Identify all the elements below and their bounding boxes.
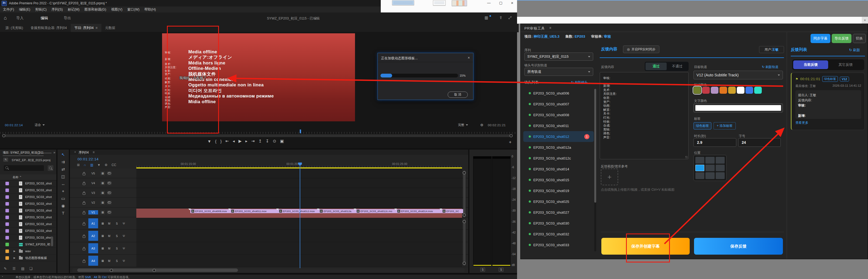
feedback-textarea[interactable]: 审核:新增:美术:关联注意:创意:资产:动画:解算:关卡:灯光:特效:合成:剪辑…: [600, 72, 689, 159]
track-content[interactable]: [136, 217, 462, 229]
feedback-tab[interactable]: 当前反馈: [793, 60, 828, 69]
project-item-row[interactable]: ▶ ? EP203_SC03_shot: [0, 227, 56, 234]
mute-button[interactable]: M: [107, 222, 111, 225]
panel-tab[interactable]: 节目: 序列04 ≡: [71, 24, 101, 32]
add-tag-button[interactable]: + 添加标签: [714, 122, 736, 129]
fontsize-input[interactable]: 24: [738, 138, 781, 147]
monitor-settings-icon[interactable]: ⚙: [480, 123, 484, 127]
zoom-handle[interactable]: [110, 269, 113, 272]
color-swatch[interactable]: [745, 87, 753, 94]
panel-menu-icon[interactable]: ≡: [96, 26, 98, 30]
panel-tab[interactable]: 源: (无剪辑): [2, 24, 27, 32]
shot-list-item[interactable]: EP203_SC03_shot007: [523, 99, 594, 110]
panel-menu-icon[interactable]: ≡: [549, 26, 551, 30]
timeline-clip[interactable]: fx EP203_SC: [441, 209, 464, 213]
scrollbar-thumb[interactable]: [594, 89, 596, 203]
monitor-scrollbar[interactable]: [2, 134, 513, 137]
view-more-link[interactable]: 查看更多: [795, 121, 861, 125]
track-content[interactable]: [136, 168, 462, 178]
voiceover-record-icon[interactable]: Ψ: [122, 259, 126, 262]
fullscreen-icon[interactable]: ⤢: [508, 16, 512, 20]
toggle-track-output-icon[interactable]: [107, 210, 112, 215]
track-lock-icon[interactable]: [83, 173, 85, 175]
mark-out-icon[interactable]: }: [220, 139, 222, 144]
shot-list-item[interactable]: EP203_SC03_shot012 1: [523, 131, 594, 142]
color-swatch[interactable]: [737, 87, 744, 94]
shot-list-item[interactable]: EP203_SC03_shot032: [523, 228, 594, 240]
solo-button[interactable]: S: [115, 234, 119, 237]
project-item-row[interactable]: ▶ ? EP203_SC03_shot: [0, 200, 56, 207]
color-swatch[interactable]: [702, 87, 710, 94]
track-content[interactable]: [136, 178, 462, 188]
resize-handle[interactable]: [685, 156, 688, 158]
target-track-select[interactable]: V12 (Auto Subtitle Track): [693, 71, 783, 80]
rectangle-tool[interactable]: ▭: [61, 196, 65, 200]
mute-button[interactable]: M: [107, 234, 111, 237]
project-item-row[interactable]: ▶ ? SYWZ_EP203_初: [0, 241, 56, 248]
label-color-swatch[interactable]: [5, 189, 9, 192]
timeline-clip[interactable]: fx EP203_SC03_shot012c.mo: [355, 209, 397, 213]
sync-lock-icon[interactable]: ▦: [100, 221, 105, 226]
workspace-layout-icon[interactable]: ▥: [485, 16, 488, 20]
position-cell[interactable]: [716, 157, 725, 164]
selection-tool[interactable]: ↖: [62, 152, 65, 157]
mute-button[interactable]: M: [107, 247, 111, 250]
solo-button[interactable]: S: [115, 259, 119, 262]
track-target-toggle[interactable]: A3: [88, 243, 98, 253]
project-item-row[interactable]: ▶ ? 动态图形模板媒: [0, 255, 56, 261]
sync-lock-icon[interactable]: ▦: [100, 210, 105, 215]
track-target-toggle[interactable]: A2: [88, 231, 98, 241]
label-color-swatch[interactable]: [5, 249, 9, 253]
workspace-tab-export[interactable]: 导出: [64, 16, 71, 21]
timeline-clip[interactable]: fx EP203_SC03_shot012.mov: [278, 209, 319, 213]
freeform-view-icon[interactable]: ❏: [29, 267, 33, 271]
label-color-swatch[interactable]: [5, 202, 9, 206]
project-item-row[interactable]: ▶ ? EP203_SC03_shot: [0, 194, 56, 200]
monitor-playhead[interactable]: [300, 129, 301, 133]
scrollbar-handle[interactable]: [463, 171, 466, 175]
close-icon[interactable]: ×: [74, 150, 76, 154]
mute-button[interactable]: M: [107, 259, 111, 262]
lift-icon[interactable]: ↥: [258, 139, 262, 144]
scrollbar-handle[interactable]: [2, 134, 5, 137]
zoom-slider[interactable]: [41, 153, 52, 153]
color-swatch[interactable]: [754, 87, 762, 94]
menu-item[interactable]: 标记(M): [65, 7, 82, 12]
shot-list-item[interactable]: EP203_SC03_shot012a: [523, 142, 594, 153]
button-editor-icon[interactable]: +: [509, 140, 512, 145]
search-input[interactable]: [4, 165, 44, 171]
timeline-clip[interactable]: fx EP203_SC03_shot014.mov: [396, 209, 442, 213]
label-color-swatch[interactable]: [5, 222, 9, 226]
toggle-track-output-icon[interactable]: [107, 200, 112, 205]
close-button[interactable]: ×: [862, 17, 868, 24]
color-swatch[interactable]: [711, 87, 718, 94]
project-item-row[interactable]: ▶ ? EP203_SC03_shot: [0, 180, 56, 187]
tag-badge[interactable]: 绿色标签: [693, 122, 711, 129]
track-content[interactable]: [136, 255, 462, 267]
position-cell[interactable]: [716, 165, 725, 172]
solo-button[interactable]: S: [115, 222, 119, 225]
track-lock-icon[interactable]: [83, 212, 85, 214]
project-scrollbar[interactable]: [51, 237, 53, 246]
track-target-toggle[interactable]: V4: [88, 181, 98, 185]
audio-tracks-scrollbar[interactable]: [463, 219, 466, 266]
track-lock-icon[interactable]: [83, 193, 85, 195]
home-icon[interactable]: ⌂: [4, 15, 7, 21]
track-detect-select[interactable]: 所有轨道: [524, 68, 593, 76]
fail-button[interactable]: 不通过: [666, 63, 688, 70]
label-color-swatch[interactable]: [5, 209, 9, 212]
voiceover-record-icon[interactable]: Ψ: [122, 234, 126, 237]
timeline-clip[interactable]: fx EP203_SC03_shot011.mov: [230, 209, 279, 213]
track-target-toggle[interactable]: A4: [88, 256, 98, 266]
shot-list-item[interactable]: EP203_SC03_shot025: [523, 196, 594, 207]
panel-tab[interactable]: 元数据: [101, 24, 119, 32]
shot-list-item[interactable]: EP203_SC03_shot011: [523, 120, 594, 131]
linked-selection-icon[interactable]: ▥: [90, 163, 93, 167]
menu-item[interactable]: 编辑(E): [17, 7, 33, 12]
track-lock-icon[interactable]: [83, 260, 85, 263]
dialog-close-icon[interactable]: ×: [468, 56, 470, 60]
timeline-horizontal-scrollbar[interactable]: [72, 269, 465, 272]
color-swatch[interactable]: [728, 87, 736, 94]
sync-lock-icon[interactable]: ▦: [100, 246, 105, 251]
project-item-row[interactable]: ▶ ? EP203_SC03_shot: [0, 234, 56, 241]
